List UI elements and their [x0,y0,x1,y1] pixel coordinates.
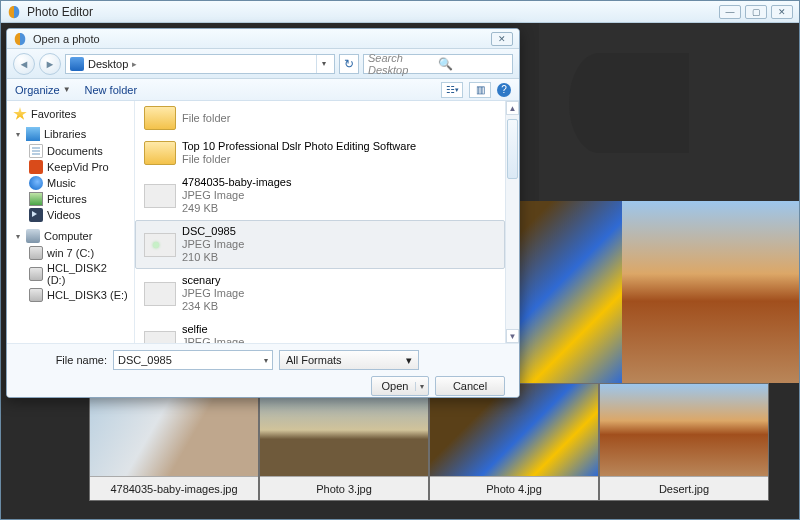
collapse-icon: ▾ [13,130,22,139]
file-name: 4784035-baby-images [182,176,291,189]
scroll-down-button[interactable]: ▼ [506,329,519,343]
thumbnail[interactable]: Photo 3.jpg [259,383,429,501]
library-item-icon [29,144,43,158]
window-minimize-button[interactable]: — [719,5,741,19]
nav-forward-button[interactable]: ► [39,53,61,75]
breadcrumb-dropdown[interactable]: ▾ [316,55,330,73]
nav-library-item[interactable]: Documents [13,143,128,159]
app-titlebar[interactable]: Photo Editor — ▢ ✕ [1,1,799,23]
thumbnail[interactable]: Photo 4.jpg [429,383,599,501]
nav-item-label: Pictures [47,193,87,205]
filename-value: DSC_0985 [118,354,172,366]
navigation-pane: Favorites ▾Libraries DocumentsKeepVid Pr… [7,101,135,343]
help-button[interactable]: ? [497,83,511,97]
file-row[interactable]: scenaryJPEG Image234 KB [135,269,505,318]
breadcrumb-location: Desktop [88,58,128,70]
thumbnail-label: 4784035-baby-images.jpg [90,476,258,500]
nav-item-label: Videos [47,209,80,221]
thumbnail-image [600,384,768,476]
thumbnail[interactable]: 4784035-baby-images.jpg [89,383,259,501]
view-mode-button[interactable]: ☷▾ [441,82,463,98]
drive-icon [29,288,43,302]
nav-libraries-header[interactable]: ▾Libraries [13,127,128,141]
breadcrumb[interactable]: Desktop ▸ ▾ [65,54,335,74]
file-row[interactable]: DSC_0985JPEG Image210 KB [135,220,505,269]
file-row[interactable]: selfieJPEG Image81.7 KB [135,318,505,343]
chevron-down-icon[interactable]: ▾ [264,356,268,365]
nav-library-item[interactable]: Pictures [13,191,128,207]
new-folder-button[interactable]: New folder [85,84,138,96]
nav-favorites-header[interactable]: Favorites [13,107,128,121]
thumbnail[interactable]: Desert.jpg [599,383,769,501]
file-type: JPEG Image [182,287,244,300]
nav-item-label: win 7 (C:) [47,247,94,259]
filename-input[interactable]: DSC_0985▾ [113,350,273,370]
file-type: JPEG Image [182,189,291,202]
dialog-content: Favorites ▾Libraries DocumentsKeepVid Pr… [7,101,519,343]
chevron-down-icon: ▾ [406,354,412,367]
file-row[interactable]: Top 10 Professional Dslr Photo Editing S… [135,135,505,171]
scroll-thumb[interactable] [507,119,518,179]
organize-menu[interactable]: Organize▼ [15,84,71,96]
nav-item-label: KeepVid Pro [47,161,109,173]
nav-item-label: HCL_DISK2 (D:) [47,262,128,286]
open-file-dialog: Open a photo ✕ ◄ ► Desktop ▸ ▾ ↻ Search … [6,28,520,398]
search-icon: 🔍 [438,57,508,71]
nav-drive-item[interactable]: HCL_DISK2 (D:) [13,261,128,287]
refresh-button[interactable]: ↻ [339,54,359,74]
window-close-button[interactable]: ✕ [771,5,793,19]
dialog-footer: File name: DSC_0985▾ All Formats▾ Open C… [7,343,519,397]
nav-item-label: Music [47,177,76,189]
open-button[interactable]: Open [371,376,429,396]
nav-drive-item[interactable]: win 7 (C:) [13,245,128,261]
nav-back-button[interactable]: ◄ [13,53,35,75]
computer-icon [26,229,40,243]
cancel-button[interactable]: Cancel [435,376,505,396]
folder-icon [144,106,176,130]
drive-icon [29,267,43,281]
collapse-icon: ▾ [13,232,22,241]
window-maximize-button[interactable]: ▢ [745,5,767,19]
app-title: Photo Editor [27,5,719,19]
file-thumbnail [144,282,176,306]
desktop-icon [70,57,84,71]
chevron-right-icon[interactable]: ▸ [132,59,137,69]
thumbnail-strip: 4784035-baby-images.jpgPhoto 3.jpgPhoto … [89,383,799,501]
file-row[interactable]: File folder [135,101,505,135]
search-placeholder: Search Desktop [368,52,438,76]
file-type-filter[interactable]: All Formats▾ [279,350,419,370]
gallery-image[interactable] [622,201,800,383]
file-type: JPEG Image [182,238,244,251]
file-row[interactable]: 4784035-baby-imagesJPEG Image249 KB [135,171,505,220]
thumbnail-label: Desert.jpg [600,476,768,500]
file-type: File folder [182,112,230,125]
nav-drive-item[interactable]: HCL_DISK3 (E:) [13,287,128,303]
file-thumbnail [144,233,176,257]
libraries-icon [26,127,40,141]
file-list-scrollbar[interactable]: ▲ ▼ [505,101,519,343]
file-size: 234 KB [182,300,244,313]
file-list: File folderTop 10 Professional Dslr Phot… [135,101,519,343]
nav-library-item[interactable]: Videos [13,207,128,223]
dialog-titlebar[interactable]: Open a photo ✕ [7,29,519,49]
app-logo-icon [7,5,21,19]
thumbnail-label: Photo 3.jpg [260,476,428,500]
file-type: File folder [182,153,416,166]
nav-library-item[interactable]: KeepVid Pro [13,159,128,175]
library-item-icon [29,176,43,190]
library-item-icon [29,192,43,206]
nav-item-label: Documents [47,145,103,157]
scroll-up-button[interactable]: ▲ [506,101,519,115]
file-name: DSC_0985 [182,225,244,238]
drive-icon [29,246,43,260]
preview-pane-button[interactable]: ▥ [469,82,491,98]
chevron-down-icon: ▼ [63,85,71,94]
scroll-track[interactable] [506,115,519,329]
file-thumbnail [144,184,176,208]
file-size: 249 KB [182,202,291,215]
nav-computer-header[interactable]: ▾Computer [13,229,128,243]
search-input[interactable]: Search Desktop 🔍 [363,54,513,74]
dialog-close-button[interactable]: ✕ [491,32,513,46]
folder-icon [144,141,176,165]
nav-library-item[interactable]: Music [13,175,128,191]
